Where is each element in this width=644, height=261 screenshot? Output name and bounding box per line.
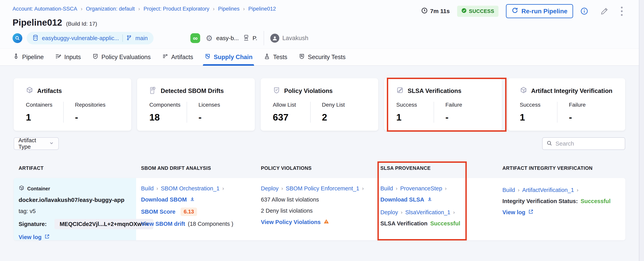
- artifact-image-name: docker.io/lavakush07/easy-buggy-app: [18, 197, 132, 203]
- edit-pencil-icon[interactable]: [600, 7, 608, 15]
- chevron-right-icon: [138, 6, 140, 12]
- download-icon[interactable]: [190, 196, 195, 203]
- stat-label: Repositories: [75, 102, 112, 108]
- branch-name[interactable]: main: [135, 35, 148, 41]
- tab-pipeline[interactable]: Pipeline: [13, 49, 44, 65]
- robot-icon: [243, 34, 250, 42]
- tab-tests[interactable]: Tests: [264, 49, 287, 65]
- breadcrumb-project[interactable]: Project: Product Exploratory: [144, 6, 210, 12]
- container-cube-icon: [18, 185, 24, 192]
- tab-inputs[interactable]: Inputs: [55, 49, 81, 65]
- slsa-cell: Build ProvenanceStep Download SLSA Deplo…: [376, 178, 498, 240]
- external-link-icon[interactable]: [44, 234, 50, 240]
- breadcrumb-pipeline012[interactable]: Pipeline012: [248, 6, 276, 12]
- column-header-policy: POLICY VIOLATIONS: [256, 165, 376, 171]
- info-icon[interactable]: [580, 7, 588, 15]
- stat-label: Failure: [569, 102, 606, 108]
- more-options-kebab-icon[interactable]: [619, 6, 624, 17]
- step-link[interactable]: SBOM Orchestration_1: [161, 185, 220, 192]
- step-link[interactable]: ArtifactVerification_1: [522, 187, 574, 193]
- refresh-icon: [512, 7, 518, 15]
- tab-supply-chain[interactable]: Supply Chain: [204, 49, 252, 65]
- allow-list-violations: 637 Allow list violations: [261, 196, 371, 203]
- repo-branch-pill[interactable]: easybuggy-vulnerable-applic... main: [27, 32, 154, 44]
- tab-policy-evaluations[interactable]: Policy Evaluations: [92, 49, 151, 65]
- sbom-score-link[interactable]: SBOM Score: [141, 209, 176, 215]
- run-duration: 7m 11s: [421, 7, 450, 15]
- breadcrumb: Account: Automation-SSCA Organization: d…: [12, 6, 276, 12]
- trigger-link-icon: ∞: [190, 33, 200, 43]
- search-input[interactable]: [556, 140, 621, 147]
- stage-link[interactable]: Build: [380, 185, 393, 192]
- env-initial: P.: [252, 35, 257, 41]
- sbom-scroll-icon: [149, 86, 157, 95]
- stat-label: Licenses: [198, 102, 236, 108]
- chevron-right-icon: [577, 187, 578, 193]
- shield-check-icon: [273, 86, 280, 95]
- user-name: Lavakush: [282, 35, 308, 42]
- rerun-pipeline-button[interactable]: Re-run Pipeline: [506, 4, 573, 18]
- table-row: Container docker.io/lavakush07/easy-bugg…: [14, 178, 626, 240]
- breadcrumb-org[interactable]: Organization: default: [86, 6, 135, 12]
- tab-artifacts[interactable]: Artifacts: [162, 49, 193, 65]
- shield-search-icon: [299, 53, 305, 61]
- card-slsa-verifications: SLSA Verifications Success1 Failure-: [384, 78, 502, 131]
- chevron-down-icon: [49, 140, 54, 147]
- breadcrumb-account[interactable]: Account: Automation-SSCA: [12, 6, 77, 12]
- flask-icon: [264, 53, 270, 61]
- stage-link[interactable]: Deploy: [380, 209, 398, 216]
- stat-label: Containers: [26, 102, 63, 108]
- drift-components-count: (18 Components ): [188, 221, 233, 227]
- page-title: Pipeline012: [12, 17, 62, 28]
- cube-icon: [520, 86, 527, 95]
- chevron-right-icon: [281, 186, 283, 192]
- slsa-icon: [396, 86, 404, 95]
- chevron-right-icon: [518, 187, 520, 193]
- step-link[interactable]: SlsaVerification_1: [405, 209, 450, 216]
- external-link-icon[interactable]: [528, 209, 534, 216]
- view-policy-violations-link[interactable]: View Policy Violations: [261, 219, 321, 225]
- card-artifact-integrity: Artifact Integrity Verification Success1…: [508, 78, 625, 131]
- vertical-scrollbar[interactable]: [639, 0, 644, 261]
- git-branch-icon: [126, 35, 132, 41]
- download-icon[interactable]: [427, 196, 432, 203]
- stat-value: 1: [396, 112, 434, 123]
- chevron-right-icon: [362, 186, 364, 192]
- step-link[interactable]: ProvenanceStep: [400, 185, 442, 192]
- stat-label: Allow List: [273, 102, 310, 108]
- warning-icon: [323, 219, 329, 226]
- deny-list-violations: 2 Deny list violations: [261, 207, 371, 214]
- chevron-right-icon: [453, 209, 455, 215]
- integrity-status-label: Integrity Verification Status:: [502, 198, 578, 205]
- card-sbom-drifts: Detected SBOM Drifts Components18 Licens…: [137, 78, 254, 131]
- summary-cards: Artifacts Containers1 Repositories- Dete…: [14, 78, 625, 131]
- stat-value: 2: [322, 112, 360, 123]
- stage-link[interactable]: Build: [502, 187, 515, 193]
- view-log-link[interactable]: View log: [18, 234, 42, 240]
- view-sbom-drift-link[interactable]: View SBOM drift: [141, 221, 185, 227]
- stage-link[interactable]: Build: [141, 185, 154, 192]
- chevron-right-icon: [396, 186, 398, 192]
- chevron-right-icon: [80, 6, 83, 12]
- breadcrumb-pipelines[interactable]: Pipelines: [218, 6, 240, 12]
- column-header-artifact: ARTIFACT: [14, 165, 136, 171]
- column-header-sbom: SBOM AND DRIFT ANALYSIS: [136, 165, 256, 171]
- stat-value: -: [75, 112, 112, 123]
- pipeline-icon: [13, 53, 19, 61]
- step-link[interactable]: SBOM Policy Enforcement_1: [286, 185, 360, 192]
- tab-security-tests[interactable]: Security Tests: [299, 49, 346, 65]
- column-header-slsa: SLSA PROVENANCE: [376, 165, 498, 171]
- sbom-cell: Build SBOM Orchestration_1 Download SBOM…: [136, 178, 256, 240]
- chevron-right-icon: [401, 209, 402, 215]
- view-log-link[interactable]: View log: [502, 209, 525, 216]
- card-artifacts: Artifacts Containers1 Repositories-: [14, 78, 131, 131]
- artifact-type-select[interactable]: Artifact Type: [14, 137, 59, 150]
- divider: [264, 31, 264, 45]
- chevron-right-icon: [445, 186, 447, 192]
- user-avatar: [270, 34, 279, 43]
- download-slsa-link[interactable]: Download SLSA: [380, 196, 424, 203]
- stage-link[interactable]: Deploy: [261, 185, 278, 192]
- supply-chain-icon: [204, 53, 211, 61]
- repo-name[interactable]: easybuggy-vulnerable-applic...: [42, 35, 119, 41]
- download-sbom-link[interactable]: Download SBOM: [141, 196, 187, 203]
